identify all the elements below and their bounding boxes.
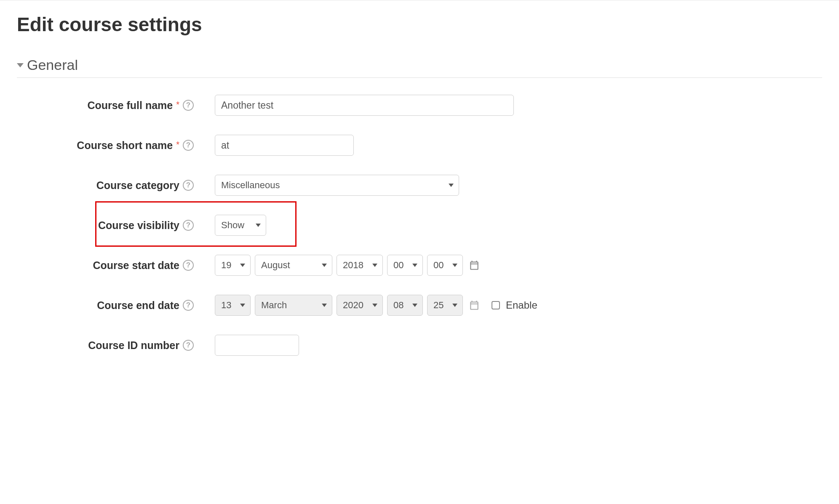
chevron-down-icon	[17, 63, 24, 67]
section-general-header[interactable]: General	[17, 57, 822, 78]
start-date-label: Course start date	[93, 259, 179, 272]
enable-end-date: Enable	[492, 299, 537, 311]
row-course-short-name: Course short name * ?	[17, 135, 822, 156]
help-icon[interactable]: ?	[183, 300, 194, 311]
chevron-down-icon	[412, 304, 417, 307]
visibility-select-value: Show	[221, 220, 244, 231]
chevron-down-icon	[372, 304, 377, 307]
category-select[interactable]: Miscellaneous	[215, 175, 459, 196]
start-month-select[interactable]: August	[255, 255, 332, 276]
full-name-label: Course full name	[87, 99, 173, 112]
calendar-icon[interactable]	[467, 260, 480, 271]
chevron-down-icon	[322, 304, 327, 307]
end-month-select[interactable]: March	[255, 295, 332, 316]
short-name-label: Course short name	[77, 139, 173, 152]
row-course-category: Course category ? Miscellaneous	[17, 175, 822, 196]
start-hour-select[interactable]: 00	[387, 255, 423, 276]
chevron-down-icon	[240, 264, 245, 267]
end-hour-select[interactable]: 08	[387, 295, 423, 316]
full-name-input[interactable]	[215, 95, 514, 116]
label-col: Course visibility ?	[17, 219, 215, 232]
help-icon[interactable]: ?	[183, 100, 194, 111]
select-value: 2018	[343, 260, 363, 271]
row-course-id-number: Course ID number ?	[17, 335, 822, 356]
help-icon[interactable]: ?	[183, 140, 194, 151]
select-value: March	[261, 300, 287, 311]
label-col: Course short name * ?	[17, 139, 215, 152]
idnumber-label: Course ID number	[88, 339, 179, 352]
visibility-label: Course visibility	[98, 219, 179, 232]
select-value: 2020	[343, 300, 363, 311]
short-name-input[interactable]	[215, 135, 354, 156]
chevron-down-icon	[449, 184, 454, 187]
row-course-end-date: Course end date ? 13 March 2020 08 25 En…	[17, 295, 822, 316]
select-value: 19	[221, 260, 231, 271]
chevron-down-icon	[412, 264, 417, 267]
category-label: Course category	[96, 179, 179, 192]
chevron-down-icon	[240, 304, 245, 307]
help-icon[interactable]: ?	[183, 180, 194, 191]
select-value: 25	[433, 300, 444, 311]
page-title: Edit course settings	[17, 13, 822, 36]
field-col: Show	[215, 215, 822, 236]
select-value: 00	[433, 260, 444, 271]
select-value: August	[261, 260, 290, 271]
field-col	[215, 335, 822, 356]
chevron-down-icon	[452, 264, 457, 267]
chevron-down-icon	[322, 264, 327, 267]
help-icon[interactable]: ?	[183, 340, 194, 351]
field-col	[215, 95, 822, 116]
label-col: Course start date ?	[17, 259, 215, 272]
chevron-down-icon	[452, 304, 457, 307]
end-date-label: Course end date	[97, 299, 179, 312]
field-col: 13 March 2020 08 25 Enable	[215, 295, 822, 316]
course-settings-page: Edit course settings General Course full…	[0, 0, 839, 400]
visibility-select[interactable]: Show	[215, 215, 266, 236]
start-day-select[interactable]: 19	[215, 255, 251, 276]
section-title: General	[27, 57, 78, 73]
end-minute-select[interactable]: 25	[427, 295, 463, 316]
field-col: 19 August 2018 00 00	[215, 255, 822, 276]
field-col: Miscellaneous	[215, 175, 822, 196]
category-select-value: Miscellaneous	[221, 180, 280, 191]
enable-checkbox[interactable]	[492, 301, 500, 309]
label-col: Course ID number ?	[17, 339, 215, 352]
label-col: Course category ?	[17, 179, 215, 192]
label-col: Course end date ?	[17, 299, 215, 312]
idnumber-input[interactable]	[215, 335, 299, 356]
end-day-select[interactable]: 13	[215, 295, 251, 316]
calendar-icon[interactable]	[467, 300, 480, 311]
chevron-down-icon	[372, 264, 377, 267]
field-col	[215, 135, 822, 156]
start-year-select[interactable]: 2018	[337, 255, 383, 276]
enable-label: Enable	[506, 299, 537, 311]
select-value: 08	[393, 300, 403, 311]
required-mark: *	[176, 100, 179, 109]
row-course-visibility: Course visibility ? Show	[17, 215, 822, 236]
select-value: 13	[221, 300, 231, 311]
label-col: Course full name * ?	[17, 99, 215, 112]
chevron-down-icon	[256, 224, 261, 227]
select-value: 00	[393, 260, 403, 271]
row-course-full-name: Course full name * ?	[17, 95, 822, 116]
required-mark: *	[176, 140, 179, 149]
help-icon[interactable]: ?	[183, 220, 194, 231]
end-year-select[interactable]: 2020	[337, 295, 383, 316]
help-icon[interactable]: ?	[183, 260, 194, 271]
start-minute-select[interactable]: 00	[427, 255, 463, 276]
row-course-start-date: Course start date ? 19 August 2018 00 00	[17, 255, 822, 276]
